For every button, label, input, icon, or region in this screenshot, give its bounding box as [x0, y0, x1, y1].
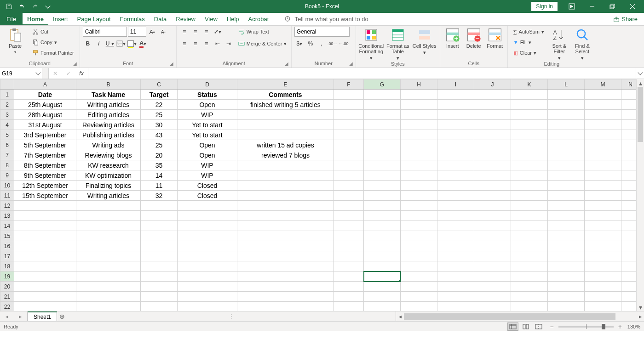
- cell-H3[interactable]: [401, 110, 437, 120]
- cell-B2[interactable]: Writing articles: [76, 100, 141, 110]
- cell-L7[interactable]: [548, 150, 585, 160]
- tell-me-search[interactable]: Tell me what you want to do: [284, 13, 368, 25]
- tab-help[interactable]: Help: [222, 13, 244, 25]
- cell-D14[interactable]: [178, 221, 237, 231]
- decrease-decimal-icon[interactable]: ←.00: [339, 39, 349, 49]
- cell-G8[interactable]: [364, 160, 401, 170]
- cell-A17[interactable]: [14, 251, 76, 261]
- cell-G1[interactable]: [364, 90, 401, 100]
- cell-K8[interactable]: [511, 160, 548, 170]
- tab-page-layout[interactable]: Page Layout: [73, 13, 115, 25]
- cell-G2[interactable]: [364, 100, 401, 110]
- cell-I22[interactable]: [437, 302, 474, 311]
- cell-A12[interactable]: [14, 201, 76, 211]
- cell-G5[interactable]: [364, 130, 401, 140]
- cell-D11[interactable]: Closed: [178, 191, 237, 201]
- cell-D1[interactable]: Status: [178, 90, 237, 100]
- cell-L22[interactable]: [548, 302, 585, 311]
- cell-L11[interactable]: [548, 191, 585, 201]
- cell-I20[interactable]: [437, 282, 474, 292]
- cell-L19[interactable]: [548, 271, 585, 282]
- align-middle-icon[interactable]: ≡: [190, 27, 201, 37]
- share-button[interactable]: Share: [610, 13, 644, 25]
- indent-dec-icon[interactable]: ⇤: [213, 39, 223, 49]
- cell-C6[interactable]: 25: [141, 140, 178, 150]
- sheet-nav[interactable]: ◂▸: [0, 311, 28, 321]
- cell-B17[interactable]: [76, 251, 141, 261]
- conditional-formatting-button[interactable]: Conditional Formatting▾: [359, 27, 384, 61]
- cell-C8[interactable]: 35: [141, 160, 178, 170]
- tab-file[interactable]: File: [0, 13, 23, 25]
- cell-M2[interactable]: [585, 100, 621, 110]
- cell-C4[interactable]: 30: [141, 120, 178, 130]
- cell-C11[interactable]: 32: [141, 191, 178, 201]
- cell-J19[interactable]: [474, 271, 511, 282]
- cell-J22[interactable]: [474, 302, 511, 311]
- cell-H19[interactable]: [401, 271, 437, 282]
- cell-H10[interactable]: [401, 181, 437, 191]
- cell-F6[interactable]: [334, 140, 364, 150]
- zoom-level[interactable]: 130%: [627, 324, 640, 329]
- cell-K19[interactable]: [511, 271, 548, 282]
- cell-A6[interactable]: 5th September: [14, 140, 76, 150]
- cell-F15[interactable]: [334, 231, 364, 241]
- ribbon-options-icon[interactable]: [562, 0, 581, 13]
- cell-G18[interactable]: [364, 261, 401, 271]
- paste-button[interactable]: Paste▾: [3, 27, 28, 55]
- wrap-text-button[interactable]: Wrap Text: [236, 27, 290, 37]
- name-box-input[interactable]: [2, 70, 29, 77]
- cell-E17[interactable]: [237, 251, 334, 261]
- sort-filter-button[interactable]: AZSort & Filter▾: [549, 27, 570, 61]
- cell-F1[interactable]: [334, 90, 364, 100]
- cell-G15[interactable]: [364, 231, 401, 241]
- row-header-12[interactable]: 12: [0, 201, 14, 211]
- col-header-D[interactable]: D: [178, 79, 237, 90]
- cell-I7[interactable]: [437, 150, 474, 160]
- row-header-13[interactable]: 13: [0, 211, 14, 221]
- cell-B14[interactable]: [76, 221, 141, 231]
- border-button[interactable]: ▾: [116, 39, 126, 49]
- cell-K16[interactable]: [511, 241, 548, 251]
- cell-C21[interactable]: [141, 292, 178, 302]
- cell-D4[interactable]: Yet to start: [178, 120, 237, 130]
- cell-E21[interactable]: [237, 292, 334, 302]
- row-header-18[interactable]: 18: [0, 261, 14, 271]
- zoom-in-icon[interactable]: +: [618, 323, 622, 330]
- zoom-slider[interactable]: [558, 326, 614, 328]
- cell-L15[interactable]: [548, 231, 585, 241]
- find-select-button[interactable]: Find & Select▾: [572, 27, 593, 61]
- row-header-21[interactable]: 21: [0, 292, 14, 302]
- cell-A1[interactable]: Date: [14, 90, 76, 100]
- cell-styles-button[interactable]: Cell Styles▾: [412, 27, 437, 55]
- cell-K2[interactable]: [511, 100, 548, 110]
- cell-C5[interactable]: 43: [141, 130, 178, 140]
- cell-F8[interactable]: [334, 160, 364, 170]
- cell-A16[interactable]: [14, 241, 76, 251]
- cell-G14[interactable]: [364, 221, 401, 231]
- col-header-L[interactable]: L: [548, 79, 585, 90]
- cell-B20[interactable]: [76, 282, 141, 292]
- cell-L6[interactable]: [548, 140, 585, 150]
- horizontal-scrollbar[interactable]: ◂ ▸: [396, 311, 644, 321]
- cell-A21[interactable]: [14, 292, 76, 302]
- tab-formulas[interactable]: Formulas: [115, 13, 150, 25]
- cell-A2[interactable]: 25th August: [14, 100, 76, 110]
- cell-D12[interactable]: [178, 201, 237, 211]
- indent-inc-icon[interactable]: ⇥: [224, 39, 234, 49]
- cell-K21[interactable]: [511, 292, 548, 302]
- cell-B7[interactable]: Reviewing blogs: [76, 150, 141, 160]
- cell-B21[interactable]: [76, 292, 141, 302]
- row-header-9[interactable]: 9: [0, 170, 14, 181]
- cell-F7[interactable]: [334, 150, 364, 160]
- cell-A18[interactable]: [14, 261, 76, 271]
- tab-view[interactable]: View: [200, 13, 222, 25]
- cell-M4[interactable]: [585, 120, 621, 130]
- cell-E3[interactable]: [237, 110, 334, 120]
- cell-J18[interactable]: [474, 261, 511, 271]
- format-as-table-button[interactable]: Format as Table▾: [385, 27, 410, 61]
- cell-D7[interactable]: Open: [178, 150, 237, 160]
- cell-G10[interactable]: [364, 181, 401, 191]
- row-header-1[interactable]: 1: [0, 90, 14, 100]
- cell-M11[interactable]: [585, 191, 621, 201]
- cell-G22[interactable]: [364, 302, 401, 311]
